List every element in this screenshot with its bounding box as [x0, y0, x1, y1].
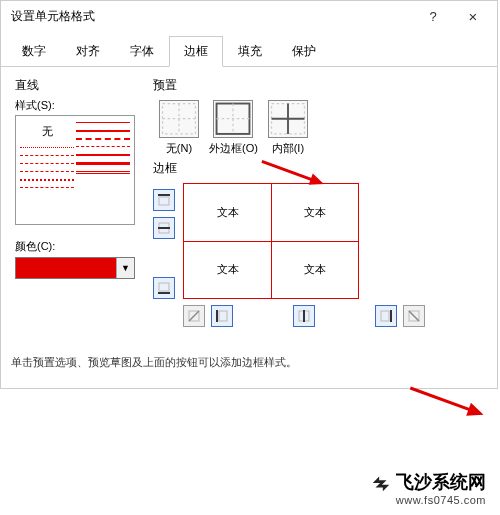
line-style-option[interactable]	[76, 138, 130, 140]
line-style-option[interactable]	[20, 163, 74, 165]
border-right-button[interactable]	[375, 305, 397, 327]
preset-caption: 外边框(O)	[209, 141, 258, 156]
border-left-button[interactable]	[211, 305, 233, 327]
line-style-option[interactable]	[20, 155, 74, 157]
line-style-option[interactable]	[76, 146, 130, 148]
line-style-option[interactable]	[76, 130, 130, 132]
line-style-option[interactable]	[20, 187, 74, 189]
preview-cell: 文本	[184, 241, 271, 298]
preset-outline-button[interactable]	[213, 100, 253, 138]
preview-cell: 文本	[271, 241, 358, 298]
watermark: 飞沙系统网 www.fs0745.com	[370, 472, 486, 507]
border-middle-v-button[interactable]	[293, 305, 315, 327]
line-style-option[interactable]	[76, 162, 130, 165]
help-button[interactable]: ?	[413, 2, 453, 30]
close-button[interactable]: ×	[453, 2, 493, 30]
svg-rect-21	[381, 311, 389, 321]
svg-line-24	[409, 311, 419, 321]
line-section-label: 直线	[15, 77, 135, 94]
preset-inside-button[interactable]	[268, 100, 308, 138]
svg-line-27	[410, 388, 472, 411]
dialog-title: 设置单元格格式	[11, 8, 413, 25]
logo-icon	[370, 472, 392, 494]
tab-fill[interactable]: 填充	[223, 36, 277, 67]
tab-protection[interactable]: 保护	[277, 36, 331, 67]
line-style-option[interactable]	[76, 122, 130, 124]
format-cells-dialog: 设置单元格格式 ? × 数字 对齐 字体 边框 填充 保护 直线 样式(S): …	[0, 0, 498, 389]
line-style-option[interactable]	[20, 147, 74, 149]
line-style-option[interactable]	[20, 171, 74, 173]
svg-rect-10	[159, 197, 169, 205]
svg-rect-18	[219, 311, 227, 321]
border-diagonal-down-button[interactable]	[403, 305, 425, 327]
tab-number[interactable]: 数字	[7, 36, 61, 67]
border-preview[interactable]: 文本 文本 文本 文本	[183, 183, 359, 299]
watermark-url: www.fs0745.com	[370, 494, 486, 507]
border-bottom-button[interactable]	[153, 277, 175, 299]
preset-none-button[interactable]	[159, 100, 199, 138]
line-style-option[interactable]	[76, 171, 130, 174]
tab-strip: 数字 对齐 字体 边框 填充 保护	[1, 35, 497, 67]
preview-cell: 文本	[184, 184, 271, 241]
titlebar: 设置单元格格式 ? ×	[1, 1, 497, 31]
svg-marker-28	[466, 403, 486, 422]
line-style-option[interactable]	[76, 154, 130, 156]
color-swatch	[16, 258, 116, 278]
border-middle-h-button[interactable]	[153, 217, 175, 239]
tab-font[interactable]: 字体	[115, 36, 169, 67]
color-label: 颜色(C):	[15, 239, 135, 254]
tab-alignment[interactable]: 对齐	[61, 36, 115, 67]
color-picker[interactable]: ▼	[15, 257, 135, 279]
svg-line-16	[189, 311, 199, 321]
tab-border[interactable]: 边框	[169, 36, 223, 67]
border-diagonal-up-button[interactable]	[183, 305, 205, 327]
chevron-down-icon[interactable]: ▼	[116, 258, 134, 278]
preset-section-label: 预置	[153, 77, 483, 94]
style-label: 样式(S):	[15, 98, 135, 113]
hint-text: 单击预置选项、预览草图及上面的按钮可以添加边框样式。	[11, 355, 487, 370]
border-top-button[interactable]	[153, 189, 175, 211]
preset-caption: 无(N)	[166, 141, 192, 156]
line-style-none[interactable]: 无	[20, 122, 74, 141]
svg-rect-13	[159, 283, 169, 291]
line-style-list[interactable]: 无	[15, 115, 135, 225]
line-style-option[interactable]	[20, 179, 74, 181]
watermark-brand: 飞沙系统网	[396, 472, 486, 494]
